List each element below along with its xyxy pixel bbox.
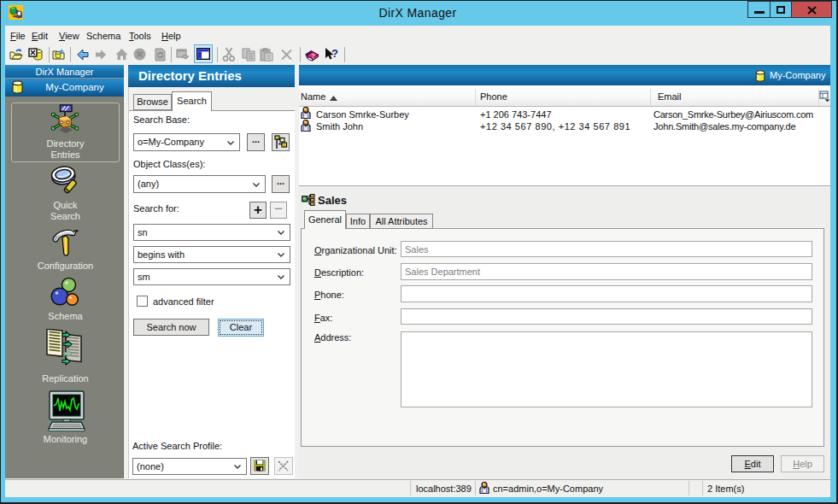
svg-text:?: ? [311, 52, 315, 60]
svg-text:?: ? [331, 47, 338, 60]
